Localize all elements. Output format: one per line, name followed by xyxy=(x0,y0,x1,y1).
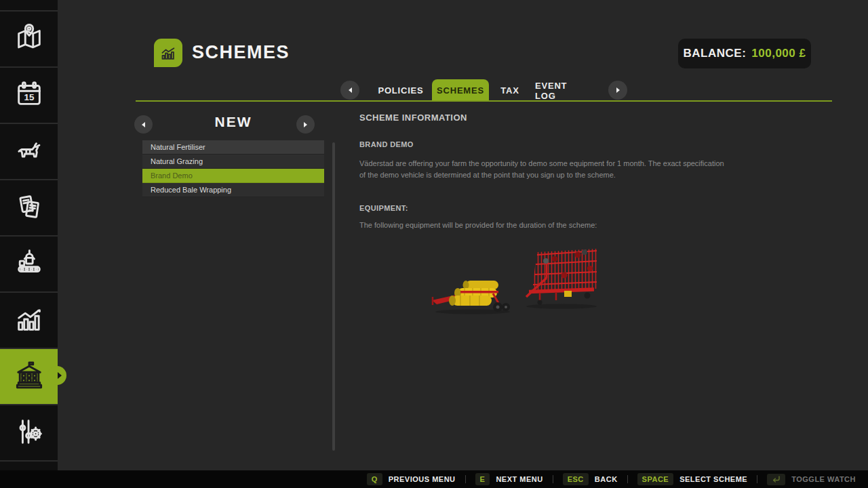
svg-text:15: 15 xyxy=(24,92,34,102)
hint-separator xyxy=(553,475,553,483)
hint-separator xyxy=(627,475,628,483)
calendar-icon: 15 xyxy=(14,79,45,113)
sidebar-item-map[interactable] xyxy=(0,10,58,66)
sidebar-item-statistics[interactable] xyxy=(0,291,58,348)
next-arrow-icon xyxy=(304,122,307,127)
hint-previous-menu: Q PREVIOUS MENU xyxy=(367,473,456,485)
equipment-image-harrow xyxy=(519,245,602,310)
balance-value: 100,000 £ xyxy=(751,47,806,60)
scheme-info-title: SCHEME INFORMATION xyxy=(359,113,467,123)
list-scrollbar[interactable] xyxy=(332,142,335,451)
list-item-brand-demo[interactable]: Brand Demo xyxy=(142,169,324,183)
sidebar-divider xyxy=(0,460,58,462)
key-esc: ESC xyxy=(563,473,589,485)
hint-next-menu: E NEXT MENU xyxy=(475,473,543,485)
tabs-underline xyxy=(136,100,832,102)
sidebar-item-calendar[interactable]: 15 xyxy=(0,66,58,123)
hint-toggle-watch: TOGGLE WATCH xyxy=(767,474,856,485)
scheme-list: Natural Fertiliser Natural Grazing Brand… xyxy=(142,140,324,197)
statistics-icon xyxy=(14,304,45,338)
tab-event-log[interactable]: EVENT LOG xyxy=(535,79,589,102)
production-icon xyxy=(14,247,45,281)
key-space: SPACE xyxy=(637,473,674,485)
next-arrow-icon xyxy=(616,87,620,93)
hint-separator xyxy=(757,475,757,483)
return-arrow-icon xyxy=(767,474,785,485)
keyboard-hints-bar: Q PREVIOUS MENU E NEXT MENU ESC BACK SPA… xyxy=(0,470,868,488)
prev-arrow-icon xyxy=(349,87,352,93)
bar-chart-icon xyxy=(159,44,178,62)
list-item-reduced-bale-wrapping[interactable]: Reduced Bale Wrapping xyxy=(142,183,324,197)
equipment-image-roller xyxy=(431,273,515,315)
page-title: SCHEMES xyxy=(192,42,290,63)
sidebar-item-production[interactable] xyxy=(0,235,58,291)
bank-icon xyxy=(14,360,45,394)
sidebar-item-animals[interactable] xyxy=(0,123,58,179)
tab-policies[interactable]: POLICIES xyxy=(378,79,424,102)
tab-tax[interactable]: TAX xyxy=(496,79,524,102)
active-item-bump xyxy=(47,366,66,385)
contracts-icon xyxy=(14,191,45,225)
sidebar-item-contracts[interactable] xyxy=(0,179,58,235)
hint-select-scheme: SPACE SELECT SCHEME xyxy=(637,473,748,485)
list-next-button[interactable] xyxy=(296,115,315,134)
schemes-page-icon xyxy=(154,39,182,67)
sidebar-item-settings[interactable] xyxy=(0,404,58,460)
settings-sliders-gear-icon xyxy=(14,416,45,450)
map-icon xyxy=(14,22,45,56)
active-item-arrow-icon xyxy=(58,372,62,379)
equipment-text: The following equipment will be provided… xyxy=(359,221,597,229)
key-e: E xyxy=(475,473,490,485)
balance-display: BALANCE: 100,000 £ xyxy=(678,39,811,68)
equipment-title: EQUIPMENT: xyxy=(359,204,408,212)
scheme-description: Väderstad are offering your farm the opp… xyxy=(359,158,726,181)
key-q: Q xyxy=(367,473,382,485)
list-item-natural-fertiliser[interactable]: Natural Fertiliser xyxy=(142,140,324,155)
tabs-prev-button[interactable] xyxy=(340,81,359,100)
schemes-screen: 15 xyxy=(0,0,868,488)
hint-separator xyxy=(465,475,466,483)
tabs-next-button[interactable] xyxy=(608,81,627,100)
balance-label: BALANCE: xyxy=(684,47,747,60)
cow-icon xyxy=(14,135,45,169)
hint-back: ESC BACK xyxy=(563,473,618,485)
scheme-name: BRAND DEMO xyxy=(359,140,414,148)
tab-schemes[interactable]: SCHEMES xyxy=(432,79,489,102)
sidebar: 15 xyxy=(0,0,58,470)
list-item-natural-grazing[interactable]: Natural Grazing xyxy=(142,155,324,169)
